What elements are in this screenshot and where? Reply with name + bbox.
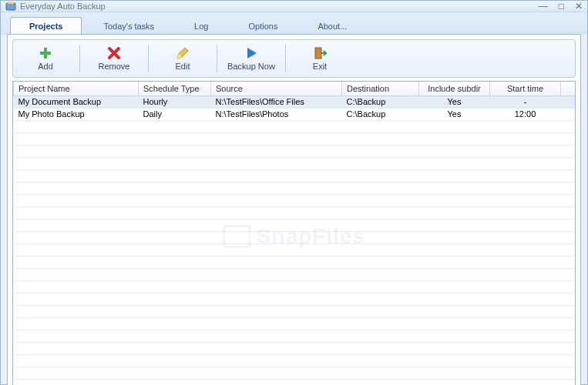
column-header[interactable]: Include subdir: [419, 82, 490, 95]
tab-projects[interactable]: Projects: [10, 17, 82, 35]
tab-log[interactable]: Log: [176, 18, 227, 35]
remove-button[interactable]: Remove: [83, 42, 145, 75]
maximize-button[interactable]: □: [559, 1, 564, 12]
table-cell: Old: [561, 95, 576, 108]
project-grid: Project NameSchedule TypeSourceDestinati…: [12, 81, 576, 385]
table-cell: N:\TestFiles\Office Files: [211, 95, 342, 108]
edit-button[interactable]: Edit: [152, 42, 213, 75]
tab-today-s-tasks[interactable]: Today's tasks: [85, 18, 173, 35]
table-cell: N:\TestFiles\Photos: [211, 108, 342, 120]
door-icon: [313, 46, 327, 60]
grid-header-row: Project NameSchedule TypeSourceDestinati…: [14, 82, 576, 95]
tab-bar: ProjectsToday's tasksLogOptionsAbout...: [1, 12, 587, 35]
empty-row: [14, 268, 576, 280]
empty-row: [14, 219, 576, 231]
empty-row: [14, 243, 576, 256]
empty-row: [14, 206, 576, 219]
empty-row: [14, 305, 576, 317]
close-button[interactable]: ✕: [575, 1, 583, 12]
minimize-button[interactable]: —: [539, 1, 548, 12]
tab-about[interactable]: About...: [299, 18, 365, 35]
remove-label: Remove: [99, 62, 130, 71]
toolbar-separator: [148, 45, 149, 72]
empty-row: [14, 169, 576, 182]
empty-row: [14, 342, 576, 354]
content-frame: AddRemoveEditBackup NowExit Project Name…: [7, 34, 581, 385]
app-icon: [5, 1, 16, 12]
backup-now-label: Backup Now: [227, 62, 275, 71]
column-header[interactable]: Destination: [342, 82, 419, 95]
window-controls: — □ ✕: [539, 1, 583, 12]
empty-row: [14, 157, 576, 169]
table-cell: Yes: [419, 95, 490, 108]
backup-now-button[interactable]: Backup Now: [220, 42, 282, 75]
table-cell: My Photo Backup: [14, 108, 139, 120]
empty-row: [14, 182, 576, 194]
column-header[interactable]: Schedule Type: [139, 82, 211, 95]
exit-button[interactable]: Exit: [289, 42, 351, 75]
cross-icon: [107, 46, 121, 60]
grid-table: Project NameSchedule TypeSourceDestinati…: [13, 82, 575, 385]
table-cell: Hourly: [139, 95, 211, 108]
svg-rect-3: [40, 52, 51, 55]
grid-tbody: My Document BackupHourlyN:\TestFiles\Off…: [14, 95, 576, 385]
tab-options[interactable]: Options: [230, 18, 296, 35]
table-cell: -: [490, 95, 561, 108]
table-cell: My Document Backup: [14, 95, 139, 108]
empty-row: [14, 379, 576, 385]
table-cell: Daily: [139, 108, 211, 120]
table-cell: Old: [561, 108, 576, 120]
empty-row: [14, 317, 576, 330]
toolbar-separator: [79, 45, 80, 72]
empty-row: [14, 120, 576, 132]
toolbar-separator: [217, 45, 217, 72]
grid-body: Project NameSchedule TypeSourceDestinati…: [13, 82, 575, 385]
svg-rect-1: [8, 2, 14, 4]
toolbar: AddRemoveEditBackup NowExit: [12, 39, 576, 78]
table-row[interactable]: My Photo BackupDailyN:\TestFiles\PhotosC…: [14, 108, 576, 120]
svg-rect-4: [315, 48, 321, 59]
empty-row: [14, 194, 576, 206]
table-row[interactable]: My Document BackupHourlyN:\TestFiles\Off…: [14, 95, 576, 108]
empty-row: [14, 354, 576, 367]
svg-rect-0: [6, 3, 15, 10]
table-cell: Yes: [419, 108, 490, 120]
column-header[interactable]: Overwrite: [561, 82, 576, 95]
empty-row: [14, 231, 576, 243]
empty-row: [14, 367, 576, 379]
add-button[interactable]: Add: [15, 42, 76, 75]
table-cell: C:\Backup: [342, 95, 419, 108]
table-cell: 12:00: [490, 108, 561, 120]
empty-row: [14, 330, 576, 342]
pencil-icon: [176, 46, 190, 60]
play-icon: [244, 46, 258, 60]
exit-label: Exit: [313, 62, 327, 71]
empty-row: [14, 280, 576, 293]
column-header[interactable]: Start time: [490, 82, 561, 95]
titlebar: Everyday Auto Backup — □ ✕: [1, 1, 587, 12]
toolbar-separator: [285, 45, 286, 72]
empty-row: [14, 132, 576, 145]
add-label: Add: [38, 62, 53, 71]
table-cell: C:\Backup: [342, 108, 419, 120]
column-header[interactable]: Project Name: [14, 82, 139, 95]
empty-row: [14, 293, 576, 305]
app-window: Everyday Auto Backup — □ ✕ ProjectsToday…: [0, 0, 588, 385]
window-title: Everyday Auto Backup: [20, 2, 539, 11]
empty-row: [14, 256, 576, 268]
edit-label: Edit: [176, 62, 190, 71]
empty-row: [14, 145, 576, 157]
column-header[interactable]: Source: [211, 82, 342, 95]
plus-icon: [39, 46, 52, 60]
